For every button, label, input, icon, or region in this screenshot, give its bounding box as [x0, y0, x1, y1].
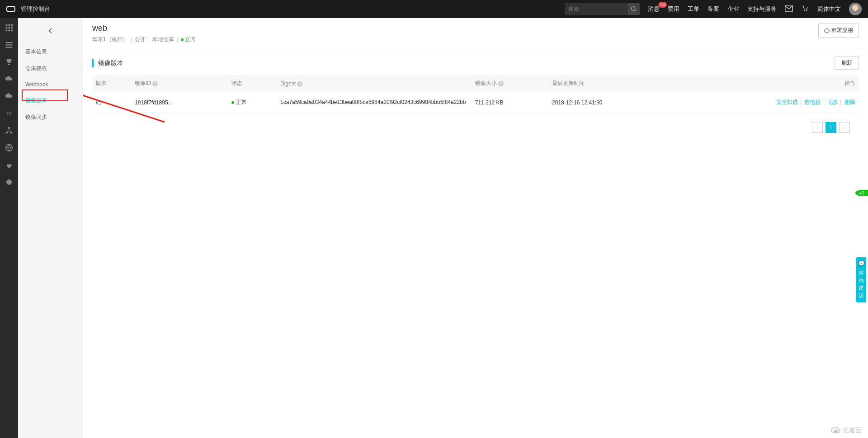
meta-visibility: 公开 — [135, 36, 146, 43]
help-icon[interactable]: ? — [498, 81, 504, 86]
svg-rect-12 — [9, 30, 10, 32]
th-status: 状态 — [228, 75, 277, 92]
rail-cup-icon[interactable] — [5, 58, 13, 66]
cell-version: v1 — [92, 92, 131, 113]
page-number-button[interactable]: 1 — [826, 122, 836, 133]
meta-sep: | — [131, 37, 132, 43]
page-header: web 华东1（杭州） | 公开 | 本地仓库 | 正常 部署应用 — [83, 18, 868, 49]
cell-digest: 1ca7a59ca0a034a44be13bea08fbce5984a20f92… — [277, 92, 472, 113]
help-icon[interactable]: ? — [297, 81, 302, 87]
rail-apps-icon[interactable] — [5, 24, 13, 32]
sidebar-item-versions[interactable]: 镜像版本 — [18, 92, 83, 109]
sidebar-item-sync[interactable]: 镜像同步 — [18, 109, 83, 126]
messages-badge: 34 — [658, 2, 667, 8]
cell-image-id: 1918f7fd1895... — [131, 92, 228, 113]
sidebar-item-label: 镜像版本 — [25, 97, 47, 104]
svg-rect-5 — [6, 24, 8, 26]
watermark-text: 亿速云 — [843, 426, 862, 434]
rail-nodes-icon[interactable] — [5, 127, 13, 135]
sidebar-back-button[interactable] — [18, 18, 83, 43]
nav-tickets[interactable]: 工单 — [688, 5, 699, 13]
th-digest: Digest? — [277, 75, 472, 92]
sidebar-item-basic[interactable]: 基本信息 — [18, 43, 83, 60]
deploy-button[interactable]: 部署应用 — [818, 24, 859, 38]
main-content: web 华东1（杭州） | 公开 | 本地仓库 | 正常 部署应用 镜像版本 刷 — [83, 18, 868, 438]
svg-rect-6 — [9, 24, 10, 26]
action-layers[interactable]: 层信息 — [804, 99, 821, 105]
sidebar-item-label: 基本信息 — [25, 48, 47, 55]
svg-point-3 — [804, 10, 805, 11]
nav-billing[interactable]: 费用 — [668, 5, 679, 13]
meta-region: 华东1（杭州） — [92, 36, 128, 43]
console-title: 管理控制台 — [21, 5, 50, 13]
svg-rect-16 — [6, 47, 13, 48]
cloud-watermark-icon — [831, 425, 841, 435]
search-input[interactable] — [565, 3, 628, 15]
nav-cart-icon[interactable] — [801, 5, 809, 13]
sidebar-item-webhook[interactable]: Webhook — [18, 77, 83, 92]
table-row: v1 1918f7fd1895... 正常 1ca7a59ca0a034a44b… — [92, 92, 859, 113]
deploy-icon — [824, 28, 830, 33]
search-icon — [631, 6, 637, 12]
svg-rect-8 — [6, 27, 8, 29]
nav-support[interactable]: 支持与服务 — [747, 5, 777, 13]
float-feedback-button[interactable]: 💬 咨询 建议 — [856, 257, 866, 302]
mail-icon — [785, 5, 793, 12]
rail-cloud-icon[interactable] — [5, 75, 13, 83]
svg-rect-11 — [6, 30, 8, 32]
sidebar-item-auth[interactable]: 仓库授权 — [18, 60, 83, 77]
rail-list-icon[interactable] — [5, 41, 13, 49]
brand-icon[interactable] — [6, 6, 15, 12]
rail-shuffle-icon[interactable] — [5, 109, 13, 118]
avatar[interactable] — [849, 3, 862, 15]
svg-rect-15 — [6, 44, 13, 45]
cell-size: 711.212 KB — [472, 92, 548, 113]
rail-globe-icon[interactable] — [5, 144, 13, 152]
page-title: web — [92, 24, 196, 33]
action-scan[interactable]: 安全扫描 — [776, 99, 798, 105]
nav-messages[interactable]: 消息 34 — [648, 5, 660, 13]
action-delete[interactable]: 删除 — [844, 99, 855, 105]
meta-sep: | — [177, 37, 178, 43]
th-image-id: 镜像ID? — [131, 75, 228, 92]
cell-actions: 安全扫描| 层信息| 同步| 删除 — [673, 92, 859, 113]
rail-circle-icon[interactable] — [5, 178, 13, 186]
action-sync[interactable]: 同步 — [827, 99, 838, 105]
nav-messages-label: 消息 — [648, 5, 660, 12]
nav-enterprise[interactable]: 企业 — [727, 5, 739, 13]
float-help-badge[interactable]: +? — [855, 190, 868, 196]
cell-updated: 2018-12-16 12:41:30 — [548, 92, 673, 113]
svg-point-26 — [836, 430, 838, 432]
deploy-label: 部署应用 — [831, 27, 853, 34]
nav-mail-icon[interactable] — [785, 5, 793, 13]
svg-rect-14 — [6, 42, 13, 43]
help-icon[interactable]: ? — [152, 81, 158, 86]
search-button[interactable] — [628, 3, 640, 15]
svg-point-17 — [8, 127, 10, 129]
refresh-button[interactable]: 刷新 — [835, 57, 859, 70]
versions-table: 版本 镜像ID? 状态 Digest? 镜像大小? 最后更新时间 操作 v1 1… — [92, 75, 859, 113]
nav-lang[interactable]: 简体中文 — [817, 5, 841, 13]
svg-rect-9 — [9, 27, 10, 29]
svg-line-1 — [635, 10, 636, 11]
rail-coffee-icon[interactable] — [5, 161, 13, 169]
chat-icon: 💬 — [856, 260, 866, 268]
pagination: ‹ 1 › — [92, 113, 859, 142]
sidebar-item-label: Webhook — [25, 81, 48, 88]
icon-rail — [0, 18, 18, 438]
chevron-left-icon — [47, 27, 54, 34]
page-prev-button[interactable]: ‹ — [812, 122, 823, 133]
search-box — [565, 3, 640, 15]
float-suggest-label: 建议 — [859, 285, 864, 299]
th-updated: 最后更新时间 — [548, 75, 673, 92]
status-dot-icon — [231, 101, 234, 104]
sidebar: 基本信息 仓库授权 Webhook 镜像版本 镜像同步 — [18, 18, 83, 438]
svg-rect-7 — [11, 24, 13, 26]
nav-icp[interactable]: 备案 — [708, 5, 719, 13]
cart-icon — [801, 5, 809, 12]
rail-cloud2-icon[interactable] — [5, 92, 13, 100]
meta-status: 正常 — [181, 36, 196, 43]
page-next-button[interactable]: › — [839, 122, 850, 133]
cell-status: 正常 — [228, 92, 277, 113]
meta-repo-type: 本地仓库 — [152, 36, 174, 43]
